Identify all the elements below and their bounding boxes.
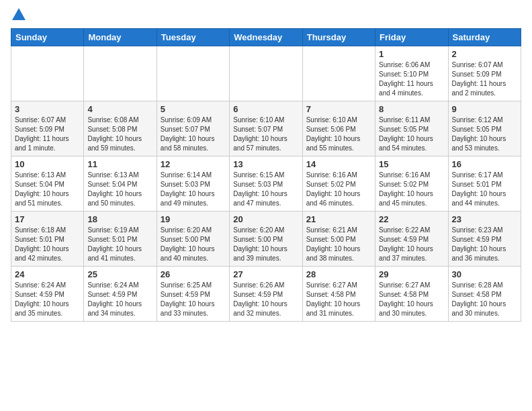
calendar-cell: 10Sunrise: 6:13 AM Sunset: 5:04 PM Dayli… [11,156,84,212]
day-number: 26 [161,269,226,279]
day-number: 11 [87,159,152,169]
day-number: 30 [452,269,517,279]
calendar-cell: 11Sunrise: 6:13 AM Sunset: 5:04 PM Dayli… [84,156,157,212]
day-info: Sunrise: 6:16 AM Sunset: 5:02 PM Dayligh… [306,171,371,208]
calendar-cell: 5Sunrise: 6:09 AM Sunset: 5:07 PM Daylig… [157,101,229,156]
calendar-cell: 14Sunrise: 6:16 AM Sunset: 5:02 PM Dayli… [302,156,375,212]
day-number: 2 [452,49,517,59]
calendar-cell: 23Sunrise: 6:23 AM Sunset: 4:59 PM Dayli… [448,212,521,267]
calendar-cell: 24Sunrise: 6:24 AM Sunset: 4:59 PM Dayli… [11,267,84,322]
day-info: Sunrise: 6:20 AM Sunset: 5:00 PM Dayligh… [161,226,226,263]
calendar-cell [302,46,375,101]
calendar-cell: 21Sunrise: 6:21 AM Sunset: 5:00 PM Dayli… [302,212,375,267]
day-info: Sunrise: 6:17 AM Sunset: 5:01 PM Dayligh… [452,171,517,208]
day-info: Sunrise: 6:24 AM Sunset: 4:59 PM Dayligh… [15,281,80,318]
day-number: 21 [306,214,371,224]
calendar-cell [84,46,157,101]
day-info: Sunrise: 6:16 AM Sunset: 5:02 PM Dayligh… [379,171,444,208]
calendar-cell: 1Sunrise: 6:06 AM Sunset: 5:10 PM Daylig… [375,46,448,101]
day-info: Sunrise: 6:19 AM Sunset: 5:01 PM Dayligh… [87,226,152,263]
calendar-week-1: 1Sunrise: 6:06 AM Sunset: 5:10 PM Daylig… [11,46,521,101]
day-number: 15 [379,159,444,169]
day-number: 16 [452,159,517,169]
logo-triangle-icon [12,8,26,20]
calendar-cell: 4Sunrise: 6:08 AM Sunset: 5:08 PM Daylig… [84,101,157,156]
day-info: Sunrise: 6:08 AM Sunset: 5:08 PM Dayligh… [87,116,152,153]
day-info: Sunrise: 6:24 AM Sunset: 4:59 PM Dayligh… [87,281,152,318]
day-info: Sunrise: 6:07 AM Sunset: 5:09 PM Dayligh… [452,60,517,98]
day-info: Sunrise: 6:22 AM Sunset: 4:59 PM Dayligh… [379,226,444,263]
day-number: 14 [306,159,371,169]
calendar-cell: 25Sunrise: 6:24 AM Sunset: 4:59 PM Dayli… [84,267,157,322]
day-info: Sunrise: 6:14 AM Sunset: 5:03 PM Dayligh… [161,171,226,208]
day-header-friday: Friday [375,29,448,46]
day-info: Sunrise: 6:10 AM Sunset: 5:07 PM Dayligh… [233,116,298,153]
calendar-cell: 8Sunrise: 6:11 AM Sunset: 5:05 PM Daylig… [375,101,448,156]
day-header-tuesday: Tuesday [157,29,229,46]
day-number: 1 [379,49,444,59]
calendar-cell: 6Sunrise: 6:10 AM Sunset: 5:07 PM Daylig… [230,101,302,156]
day-number: 23 [452,214,517,224]
day-number: 12 [161,159,226,169]
day-number: 4 [87,104,152,114]
day-info: Sunrise: 6:09 AM Sunset: 5:07 PM Dayligh… [161,116,226,153]
day-number: 25 [87,269,152,279]
day-info: Sunrise: 6:15 AM Sunset: 5:03 PM Dayligh… [233,171,298,208]
calendar-cell: 26Sunrise: 6:25 AM Sunset: 4:59 PM Dayli… [157,267,229,322]
day-info: Sunrise: 6:26 AM Sunset: 4:59 PM Dayligh… [233,281,298,318]
day-number: 5 [161,104,226,114]
calendar-cell: 22Sunrise: 6:22 AM Sunset: 4:59 PM Dayli… [375,212,448,267]
day-info: Sunrise: 6:12 AM Sunset: 5:05 PM Dayligh… [452,116,517,153]
day-number: 20 [233,214,298,224]
calendar-week-3: 10Sunrise: 6:13 AM Sunset: 5:04 PM Dayli… [11,156,521,212]
calendar-cell: 20Sunrise: 6:20 AM Sunset: 5:00 PM Dayli… [230,212,302,267]
calendar-cell: 17Sunrise: 6:18 AM Sunset: 5:01 PM Dayli… [11,212,84,267]
day-info: Sunrise: 6:07 AM Sunset: 5:09 PM Dayligh… [15,116,80,153]
calendar-header-row: SundayMondayTuesdayWednesdayThursdayFrid… [11,29,521,46]
calendar-cell: 2Sunrise: 6:07 AM Sunset: 5:09 PM Daylig… [448,46,521,101]
day-header-monday: Monday [84,29,157,46]
day-info: Sunrise: 6:25 AM Sunset: 4:59 PM Dayligh… [161,281,226,318]
day-info: Sunrise: 6:11 AM Sunset: 5:05 PM Dayligh… [379,116,444,153]
day-header-wednesday: Wednesday [230,29,302,46]
day-number: 3 [15,104,80,114]
day-number: 24 [15,269,80,279]
day-info: Sunrise: 6:13 AM Sunset: 5:04 PM Dayligh… [15,171,80,208]
day-number: 27 [233,269,298,279]
calendar-cell: 12Sunrise: 6:14 AM Sunset: 5:03 PM Dayli… [157,156,229,212]
day-header-thursday: Thursday [302,29,375,46]
day-number: 19 [161,214,226,224]
calendar-cell: 18Sunrise: 6:19 AM Sunset: 5:01 PM Dayli… [84,212,157,267]
calendar-cell [230,46,302,101]
calendar-week-2: 3Sunrise: 6:07 AM Sunset: 5:09 PM Daylig… [11,101,521,156]
page-header [11,11,521,20]
calendar-cell: 19Sunrise: 6:20 AM Sunset: 5:00 PM Dayli… [157,212,229,267]
day-info: Sunrise: 6:21 AM Sunset: 5:00 PM Dayligh… [306,226,371,263]
calendar-cell [157,46,229,101]
day-number: 29 [379,269,444,279]
day-header-sunday: Sunday [11,29,84,46]
day-number: 13 [233,159,298,169]
calendar-week-4: 17Sunrise: 6:18 AM Sunset: 5:01 PM Dayli… [11,212,521,267]
day-info: Sunrise: 6:23 AM Sunset: 4:59 PM Dayligh… [452,226,517,263]
day-header-saturday: Saturday [448,29,521,46]
calendar-cell: 29Sunrise: 6:27 AM Sunset: 4:58 PM Dayli… [375,267,448,322]
calendar-cell: 13Sunrise: 6:15 AM Sunset: 5:03 PM Dayli… [230,156,302,212]
calendar-cell: 7Sunrise: 6:10 AM Sunset: 5:06 PM Daylig… [302,101,375,156]
day-info: Sunrise: 6:10 AM Sunset: 5:06 PM Dayligh… [306,116,371,153]
day-number: 18 [87,214,152,224]
day-number: 22 [379,214,444,224]
calendar-cell [11,46,84,101]
calendar-cell: 28Sunrise: 6:27 AM Sunset: 4:58 PM Dayli… [302,267,375,322]
day-info: Sunrise: 6:06 AM Sunset: 5:10 PM Dayligh… [379,60,444,98]
day-number: 7 [306,104,371,114]
day-number: 10 [15,159,80,169]
calendar-cell: 3Sunrise: 6:07 AM Sunset: 5:09 PM Daylig… [11,101,84,156]
calendar-cell: 16Sunrise: 6:17 AM Sunset: 5:01 PM Dayli… [448,156,521,212]
logo [11,11,26,20]
calendar-table: SundayMondayTuesdayWednesdayThursdayFrid… [11,28,521,322]
day-info: Sunrise: 6:18 AM Sunset: 5:01 PM Dayligh… [15,226,80,263]
day-number: 28 [306,269,371,279]
day-info: Sunrise: 6:13 AM Sunset: 5:04 PM Dayligh… [87,171,152,208]
day-info: Sunrise: 6:20 AM Sunset: 5:00 PM Dayligh… [233,226,298,263]
